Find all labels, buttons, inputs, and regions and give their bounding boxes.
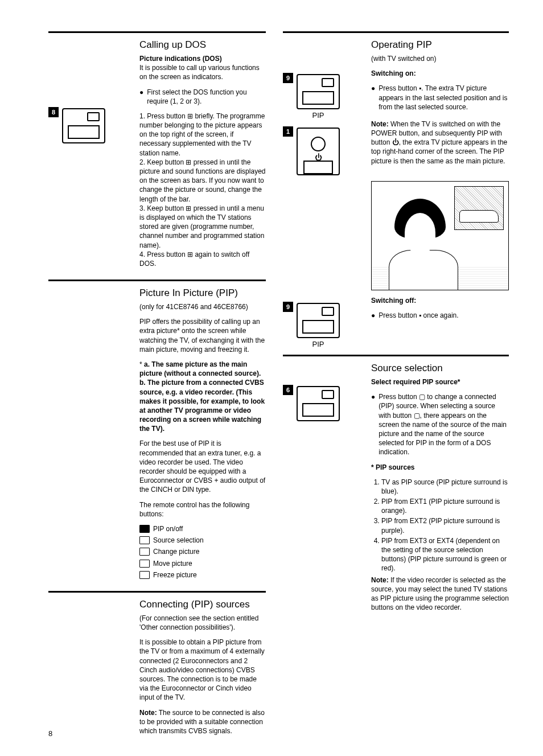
section-source-selection: 6 Source selection Select required PIP s… bbox=[283, 356, 509, 618]
change-icon bbox=[139, 548, 150, 556]
pip-buttons-list: PIP on/off Source selection Change pictu… bbox=[139, 524, 266, 580]
switching-off-row: 9 PIP Switching off: Press button ▪ once… bbox=[283, 296, 509, 350]
pip-p2: For the best use of PIP it is recommende… bbox=[139, 439, 266, 494]
remote-icon bbox=[62, 107, 105, 143]
heading-source: Source selection bbox=[371, 362, 509, 375]
pip-sources-list: TV as PIP source (PIP picture surround i… bbox=[371, 478, 509, 573]
move-icon bbox=[139, 560, 150, 568]
pip-p3: The remote control has the following but… bbox=[139, 500, 266, 519]
src-note: If the video recorder is selected as the… bbox=[371, 576, 509, 612]
pip-label-2: PIP bbox=[297, 339, 340, 350]
remote-icon-pip: PIP bbox=[297, 73, 340, 121]
pip-b5: Freeze picture bbox=[153, 570, 197, 580]
illustration-row bbox=[283, 175, 509, 296]
section-dos: 8 Calling up DOS Picture indications (DO… bbox=[48, 33, 266, 274]
remote-icon-pip-off: PIP bbox=[297, 302, 340, 350]
op-note: When the TV is switched on with the POWE… bbox=[371, 120, 507, 165]
connect-note: The source to be connected is also to be… bbox=[139, 709, 265, 735]
connect-p1: (For connection see the section entitled… bbox=[139, 614, 266, 632]
pip-sub: (only for 41CE8746 and 46CE8766) bbox=[139, 302, 266, 311]
badge-1: 1 bbox=[283, 126, 293, 137]
dos-subhead: Picture indications (DOS) bbox=[139, 55, 222, 63]
pip-note-a: a. The same picture as the main picture … bbox=[139, 360, 261, 377]
badge-9: 9 bbox=[283, 73, 293, 83]
remote-icon-power: ⏻ bbox=[297, 126, 340, 175]
switching-off-lbl: Switching off: bbox=[371, 297, 416, 305]
pip-sources-lbl: * PIP sources bbox=[371, 463, 415, 471]
operating-sub: (with TV switched on) bbox=[371, 54, 509, 63]
pip-b2: Source selection bbox=[153, 536, 204, 545]
pip-label: PIP bbox=[297, 110, 340, 121]
pip-note-b: b. The picture from a connected CVBS sou… bbox=[139, 379, 265, 433]
switching-on-text: Press button ▪. The extra TV picture app… bbox=[379, 84, 509, 112]
left-column: 8 Calling up DOS Picture indications (DO… bbox=[48, 31, 266, 733]
connect-p2: It is possible to obtain a PIP picture f… bbox=[139, 638, 266, 702]
source-sub: Select required PIP source* bbox=[371, 378, 460, 386]
pip-p1: PIP offers the possibility of calling up… bbox=[139, 317, 266, 354]
dos-steps: 1. Press button ⊞ briefly. The programme… bbox=[139, 112, 266, 268]
badge-6: 6 bbox=[283, 385, 293, 395]
section-pip: Picture In Picture (PIP) (only for 41CE8… bbox=[48, 280, 266, 585]
pip-onoff-icon bbox=[139, 525, 150, 533]
pip-src-4: PIP from EXT3 or EXT4 (dependent on the … bbox=[381, 536, 509, 573]
pip-b4: Move picture bbox=[153, 559, 192, 568]
connect-note-lbl: Note: bbox=[139, 709, 157, 717]
op-note-lbl: Note: bbox=[371, 120, 389, 128]
dos-intro: It is possible to call up various functi… bbox=[139, 64, 260, 81]
section-connect: Connecting (PIP) sources (For connection… bbox=[48, 591, 266, 741]
pip-src-1: TV as PIP source (PIP picture surround i… bbox=[381, 478, 509, 496]
src-note-lbl: Note: bbox=[371, 576, 389, 584]
dos-bullet: First select the DOS function you requir… bbox=[147, 88, 266, 106]
remote-icon-source bbox=[297, 385, 340, 421]
freeze-icon bbox=[139, 571, 150, 579]
source-icon bbox=[139, 536, 150, 544]
heading-dos: Calling up DOS bbox=[139, 39, 266, 52]
pip-src-2: PIP from EXT1 (PIP picture surround is o… bbox=[381, 497, 509, 515]
heading-operating: Operating PIP bbox=[371, 39, 509, 52]
badge-9b: 9 bbox=[283, 302, 293, 312]
badge-8: 8 bbox=[48, 107, 59, 117]
page-number: 8 bbox=[48, 729, 52, 739]
switching-on-lbl: Switching on: bbox=[371, 69, 416, 77]
source-bullet: Press button ▢ to change a connected (PI… bbox=[379, 392, 509, 457]
heading-pip: Picture In Picture (PIP) bbox=[139, 287, 266, 300]
pip-b1: PIP on/off bbox=[153, 524, 183, 533]
section-operating-pip: 9 PIP 1 ⏻ Operating PIP bbox=[283, 33, 509, 175]
pip-illustration bbox=[371, 181, 509, 290]
power-icon: ⏻ bbox=[298, 153, 339, 163]
right-column: 9 PIP 1 ⏻ Operating PIP bbox=[283, 31, 509, 733]
pip-src-3: PIP from EXT2 (PIP picture surround is p… bbox=[381, 516, 509, 535]
switching-off-text: Press button ▪ once again. bbox=[379, 311, 458, 320]
heading-connect: Connecting (PIP) sources bbox=[139, 598, 266, 611]
pip-b3: Change picture bbox=[153, 547, 199, 556]
